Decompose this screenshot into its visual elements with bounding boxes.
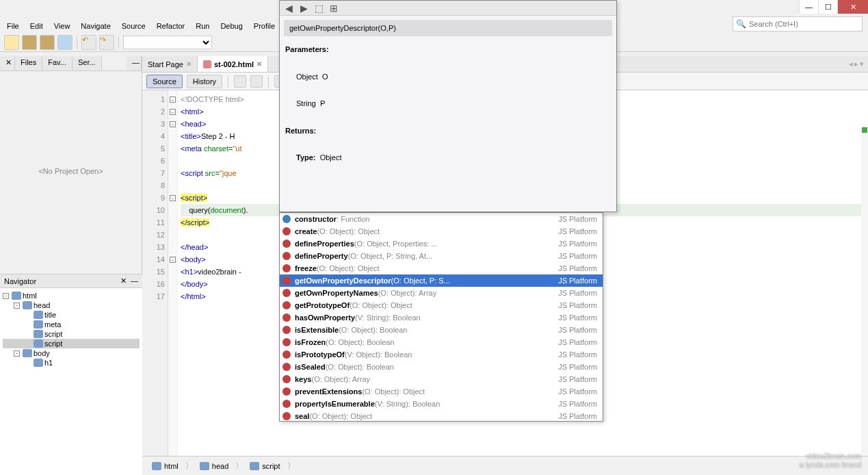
- menu-edit[interactable]: Edit: [26, 21, 47, 31]
- nav-node-h1[interactable]: h1: [3, 358, 140, 368]
- nav-node-body[interactable]: - body: [3, 348, 140, 358]
- undo-button[interactable]: ↶: [81, 35, 96, 50]
- sidebar-tab-favorites[interactable]: Fav...: [42, 56, 73, 70]
- no-project-label: <No Project Open>: [0, 167, 142, 175]
- editor-tool-button[interactable]: [234, 75, 246, 88]
- autocomplete-item[interactable]: getPrototypeOf(O: Object): ObjectJS Plat…: [280, 299, 603, 311]
- tab-start-page[interactable]: Start Page ✕: [142, 56, 198, 72]
- autocomplete-popup[interactable]: constructor: FunctionJS Platformcreate(O…: [279, 212, 603, 422]
- autocomplete-item[interactable]: constructor: FunctionJS Platform: [280, 213, 603, 225]
- nav-node-html[interactable]: - html: [3, 291, 140, 300]
- navigator-title: Navigator: [4, 277, 36, 285]
- tag-icon: [152, 462, 161, 470]
- documentation-popup: ◀ ▶ ⬚ ⊞ getOwnPropertyDescriptor(O,P) Pa…: [279, 0, 617, 212]
- redo-button[interactable]: ↷: [99, 35, 114, 50]
- left-sidebar: ✕ Files Fav... Ser... — <No Project Open…: [0, 56, 142, 475]
- navigator-panel: Navigator ✕ — - html- head title meta sc…: [0, 274, 142, 475]
- tab-st-002[interactable]: st-002.html ✕: [198, 56, 268, 72]
- doc-forward-icon[interactable]: ▶: [298, 2, 310, 14]
- editor-tool-button[interactable]: [250, 75, 263, 88]
- autocomplete-item[interactable]: create(O: Object): ObjectJS Platform: [280, 225, 603, 238]
- history-view-button[interactable]: History: [187, 75, 222, 88]
- doc-external-icon[interactable]: ⬚: [313, 2, 325, 14]
- nav-node-head[interactable]: - head: [3, 300, 140, 310]
- doc-signature: getOwnPropertyDescriptor(O,P): [284, 20, 612, 36]
- tab-prev-icon[interactable]: ◂: [849, 60, 853, 68]
- nav-node-title[interactable]: title: [3, 310, 140, 320]
- source-view-button[interactable]: Source: [146, 75, 183, 88]
- config-combo[interactable]: [123, 36, 212, 49]
- tab-label: Start Page: [148, 60, 183, 68]
- doc-browser-icon[interactable]: ⊞: [328, 2, 340, 14]
- autocomplete-item[interactable]: preventExtensions(O: Object): ObjectJS P…: [280, 385, 603, 398]
- autocomplete-item[interactable]: seal(O: Object): ObjectJS Platform: [280, 410, 603, 421]
- menu-source[interactable]: Source: [118, 21, 150, 31]
- chevron-right-icon: 〉: [287, 461, 295, 471]
- html-file-icon: [203, 60, 211, 68]
- tab-label: st-002.html: [214, 60, 254, 68]
- watermark: video2brain.com a lynda.com brand: [800, 452, 862, 470]
- autocomplete-item[interactable]: hasOwnProperty(V: String): BooleanJS Pla…: [280, 311, 603, 324]
- breadcrumb-item[interactable]: script: [246, 461, 284, 472]
- new-project-button[interactable]: [22, 35, 37, 50]
- doc-back-icon[interactable]: ◀: [282, 2, 295, 14]
- breadcrumb: html 〉 head 〉 script 〉: [142, 456, 868, 475]
- menu-navigate[interactable]: Navigate: [77, 21, 114, 31]
- sidebar-tab-services[interactable]: Ser...: [73, 56, 102, 70]
- nav-node-meta[interactable]: meta: [3, 320, 140, 329]
- autocomplete-item[interactable]: isExtensible(O: Object): BooleanJS Platf…: [280, 324, 603, 336]
- menu-profile[interactable]: Profile: [250, 21, 279, 31]
- return-row: Type: Object: [285, 151, 611, 165]
- new-file-button[interactable]: [4, 35, 19, 50]
- returns-label: Returns:: [285, 125, 611, 138]
- menu-debug[interactable]: Debug: [216, 21, 246, 31]
- minimize-button[interactable]: —: [799, 0, 818, 14]
- menu-view[interactable]: View: [50, 21, 75, 31]
- param-row: String P: [296, 99, 325, 107]
- menu-run[interactable]: Run: [192, 21, 213, 31]
- sidebar-minimize[interactable]: —: [127, 56, 142, 70]
- autocomplete-item[interactable]: isPrototypeOf(V: Object): BooleanJS Plat…: [280, 348, 603, 361]
- tab-close-icon[interactable]: ✕: [186, 60, 192, 68]
- maximize-button[interactable]: ☐: [818, 0, 837, 14]
- save-all-button[interactable]: [57, 35, 73, 50]
- param-row: Object O: [296, 73, 328, 81]
- tag-icon: [200, 462, 209, 470]
- params-label: Parameters:: [285, 43, 611, 57]
- autocomplete-item[interactable]: getOwnPropertyNames(O: Object): ArrayJS …: [280, 287, 603, 299]
- error-strip[interactable]: [861, 125, 868, 456]
- sidebar-tab-files[interactable]: Files: [15, 56, 42, 70]
- tab-list-icon[interactable]: ▾: [860, 60, 864, 68]
- menu-file[interactable]: File: [3, 21, 23, 31]
- nav-node-script[interactable]: script: [3, 329, 140, 339]
- nav-node-script[interactable]: script: [3, 339, 140, 348]
- autocomplete-item[interactable]: defineProperty(O: Object, P: String, At.…: [280, 250, 603, 262]
- tag-icon: [250, 462, 259, 470]
- breadcrumb-item[interactable]: head: [196, 461, 233, 472]
- navigator-close-icon[interactable]: ✕: [120, 277, 127, 285]
- navigator-minimize-icon[interactable]: —: [131, 277, 138, 285]
- autocomplete-item[interactable]: isFrozen(O: Object): BooleanJS Platform: [280, 336, 603, 348]
- sidebar-close[interactable]: ✕: [0, 56, 15, 70]
- autocomplete-item[interactable]: getOwnPropertyDescriptor(O: Object, P: S…: [280, 274, 603, 287]
- search-input[interactable]: [749, 20, 859, 28]
- open-button[interactable]: [40, 35, 55, 50]
- error-marker[interactable]: [862, 127, 867, 133]
- global-search[interactable]: 🔍: [733, 16, 863, 31]
- tab-close-icon[interactable]: ✕: [257, 60, 262, 68]
- breadcrumb-item[interactable]: html: [148, 461, 183, 472]
- menu-refactor[interactable]: Refactor: [153, 21, 189, 31]
- search-icon: 🔍: [736, 19, 746, 29]
- chevron-right-icon: 〉: [235, 461, 243, 471]
- autocomplete-item[interactable]: isSealed(O: Object): BooleanJS Platform: [280, 361, 603, 373]
- close-button[interactable]: ✕: [837, 0, 868, 14]
- tab-next-icon[interactable]: ▸: [854, 60, 858, 68]
- autocomplete-item[interactable]: defineProperties(O: Object, Properties: …: [280, 238, 603, 250]
- autocomplete-item[interactable]: freeze(O: Object): ObjectJS Platform: [280, 262, 603, 274]
- chevron-right-icon: 〉: [185, 461, 193, 471]
- autocomplete-item[interactable]: propertyIsEnumerable(V: String): Boolean…: [280, 398, 603, 410]
- autocomplete-item[interactable]: keys(O: Object): ArrayJS Platform: [280, 373, 603, 385]
